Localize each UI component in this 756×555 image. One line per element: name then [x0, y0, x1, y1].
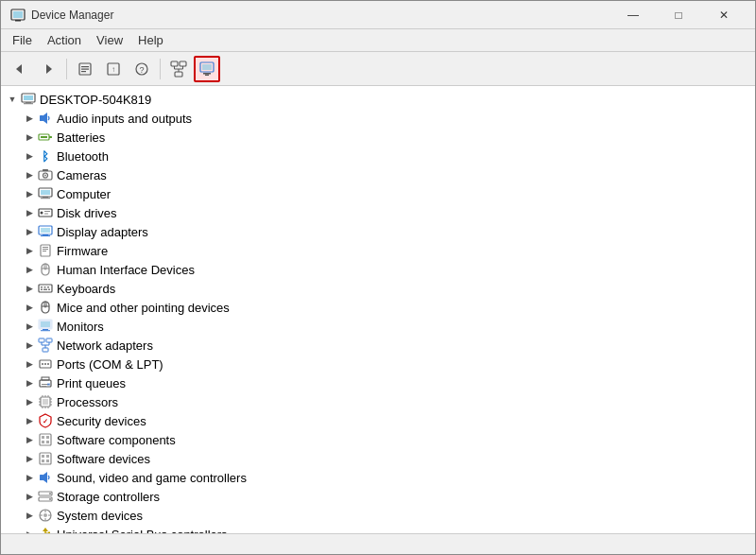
- menu-view[interactable]: View: [89, 31, 130, 49]
- update-driver-button[interactable]: ↑: [100, 56, 127, 82]
- monitors-icon: [37, 318, 54, 335]
- svg-point-79: [44, 363, 46, 365]
- tree-item-sound[interactable]: ▶ Sound, video and game controllers: [22, 468, 755, 487]
- title-bar-left: Device Manager: [10, 8, 113, 23]
- help-button[interactable]: ?: [129, 56, 155, 82]
- svg-rect-72: [43, 348, 48, 352]
- properties-button[interactable]: [72, 56, 98, 82]
- hid-label: Human Interface Devices: [57, 263, 195, 277]
- processors-expand-icon[interactable]: ▶: [22, 394, 37, 409]
- tree-item-processors[interactable]: ▶: [22, 392, 755, 411]
- svg-rect-82: [42, 377, 49, 380]
- security-expand-icon[interactable]: ▶: [22, 413, 37, 428]
- svg-rect-107: [42, 455, 44, 458]
- tree-item-bluetooth[interactable]: ▶ ᛒ Bluetooth: [22, 147, 755, 165]
- menu-help[interactable]: Help: [130, 31, 171, 49]
- audio-icon: [37, 110, 54, 127]
- monitors-expand-icon[interactable]: ▶: [22, 319, 37, 334]
- tree-item-audio[interactable]: ▶ Audio inputs and outputs: [22, 109, 755, 128]
- maximize-button[interactable]: □: [657, 1, 700, 29]
- storage-label: Storage controllers: [57, 490, 160, 504]
- batteries-expand-icon[interactable]: ▶: [22, 130, 37, 145]
- tree-item-disk[interactable]: ▶ Disk drives: [22, 203, 755, 222]
- tree-item-monitors[interactable]: ▶ Monitors: [22, 317, 755, 336]
- tree-item-keyboards[interactable]: ▶ Keyboards: [22, 279, 755, 298]
- svg-rect-102: [42, 436, 44, 439]
- tree-item-storage[interactable]: ▶ Storage controllers: [22, 487, 755, 506]
- minimize-button[interactable]: —: [611, 1, 655, 29]
- tree-children: ▶ Audio inputs and outputs ▶: [5, 109, 755, 533]
- tree-item-hid[interactable]: ▶ Human Interface Devices: [22, 260, 755, 279]
- svg-point-42: [41, 212, 43, 215]
- svg-rect-44: [44, 214, 48, 215]
- storage-expand-icon[interactable]: ▶: [22, 489, 37, 504]
- tree-item-computer[interactable]: ▶ Computer: [22, 184, 755, 203]
- mice-label: Mice and other pointing devices: [57, 301, 230, 315]
- tree-item-cameras[interactable]: ▶ Cameras: [22, 165, 755, 184]
- svg-rect-101: [40, 434, 51, 445]
- show-by-connection-icon: [170, 61, 187, 78]
- ports-expand-icon[interactable]: ▶: [22, 356, 37, 372]
- tree-item-display[interactable]: ▶ Display adapters: [22, 222, 755, 241]
- usb-expand-icon[interactable]: ▶: [22, 527, 37, 533]
- tree-item-mice[interactable]: ▶ Mice and other pointing devices: [22, 298, 755, 317]
- root-expand-icon[interactable]: ▼: [5, 92, 20, 107]
- software-comp-expand-icon[interactable]: ▶: [22, 432, 37, 447]
- ports-icon: [37, 356, 54, 373]
- sound-expand-icon[interactable]: ▶: [22, 470, 37, 485]
- tree-item-print[interactable]: ▶ Print queues: [22, 373, 755, 392]
- tree-item-network[interactable]: ▶ Network ada: [22, 336, 755, 355]
- svg-rect-104: [42, 441, 44, 443]
- tree-root-item[interactable]: ▼ DESKTOP-504K819: [5, 90, 755, 109]
- close-button[interactable]: ✕: [702, 1, 746, 29]
- forward-icon: [41, 61, 56, 77]
- disk-expand-icon[interactable]: ▶: [22, 205, 37, 220]
- svg-rect-38: [41, 190, 50, 195]
- tree-item-usb[interactable]: ▶ Universal S: [22, 525, 755, 533]
- menu-action[interactable]: Action: [40, 31, 89, 49]
- computer-expand-icon[interactable]: ▶: [22, 186, 37, 201]
- show-resources-button[interactable]: [194, 56, 220, 82]
- svg-rect-25: [24, 95, 33, 100]
- tree-item-firmware[interactable]: ▶ Firmware: [22, 241, 755, 260]
- display-expand-icon[interactable]: ▶: [22, 224, 37, 239]
- tree-item-system[interactable]: ▶ System devices: [22, 506, 755, 525]
- svg-text:↑: ↑: [112, 65, 115, 74]
- firmware-expand-icon[interactable]: ▶: [22, 243, 37, 258]
- back-button[interactable]: [7, 56, 33, 82]
- print-expand-icon[interactable]: ▶: [22, 375, 37, 390]
- svg-rect-26: [26, 102, 31, 103]
- tree-item-batteries[interactable]: ▶ Batteries: [22, 128, 755, 147]
- tree-item-security[interactable]: ▶ ✓ Security devices: [22, 411, 755, 430]
- cameras-expand-icon[interactable]: ▶: [22, 167, 37, 182]
- svg-rect-105: [46, 441, 49, 443]
- toolbar: ↑ ?: [1, 52, 755, 86]
- menu-file[interactable]: File: [5, 31, 40, 49]
- tree-panel[interactable]: ▼ DESKTOP-504K819 ▶: [1, 86, 755, 533]
- keyboards-expand-icon[interactable]: ▶: [22, 281, 37, 296]
- svg-text:?: ?: [139, 65, 144, 75]
- svg-rect-51: [43, 249, 48, 250]
- show-resources-icon: [198, 61, 215, 78]
- tree-item-software-comp[interactable]: ▶ Software components: [22, 430, 755, 449]
- security-label: Security devices: [57, 414, 146, 428]
- svg-rect-59: [47, 286, 49, 288]
- network-expand-icon[interactable]: ▶: [22, 338, 37, 353]
- bluetooth-icon: ᛒ: [37, 147, 54, 165]
- svg-rect-84: [42, 386, 46, 387]
- tree-item-software-dev[interactable]: ▶ Software devices: [22, 449, 755, 468]
- svg-rect-52: [43, 251, 46, 251]
- forward-button[interactable]: [35, 56, 61, 82]
- svg-rect-13: [171, 61, 178, 66]
- bluetooth-expand-icon[interactable]: ▶: [22, 148, 37, 164]
- tree-item-ports[interactable]: ▶ Ports (COM & LPT): [22, 355, 755, 373]
- system-expand-icon[interactable]: ▶: [22, 508, 37, 523]
- audio-expand-icon[interactable]: ▶: [22, 111, 37, 126]
- hid-expand-icon[interactable]: ▶: [22, 262, 37, 277]
- svg-text:✓: ✓: [43, 418, 48, 425]
- bluetooth-label: Bluetooth: [57, 149, 109, 164]
- tree-root: ▼ DESKTOP-504K819 ▶: [1, 90, 755, 533]
- mice-expand-icon[interactable]: ▶: [22, 300, 37, 315]
- show-by-connection-button[interactable]: [165, 56, 192, 82]
- software-dev-expand-icon[interactable]: ▶: [22, 451, 37, 466]
